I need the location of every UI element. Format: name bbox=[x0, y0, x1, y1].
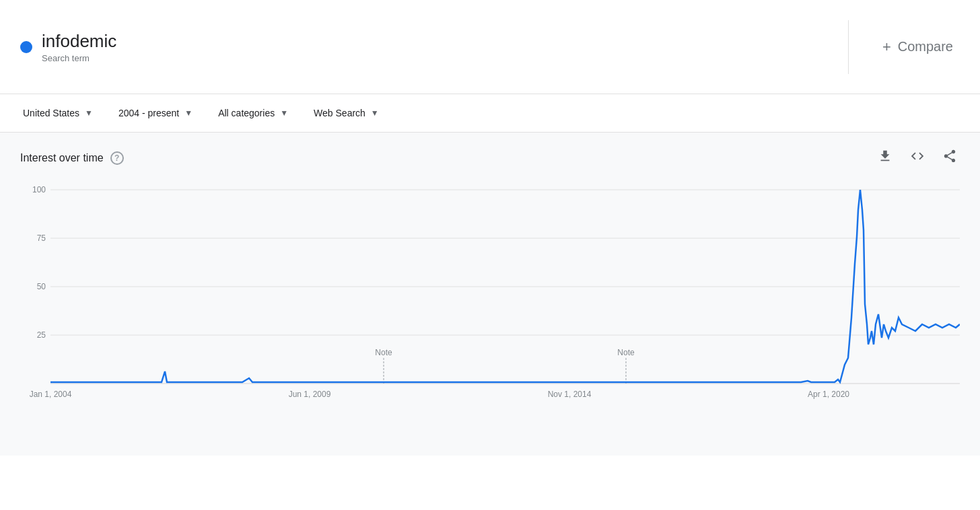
time-range-label: 2004 - present bbox=[118, 108, 179, 118]
chart-wrapper: 100 75 50 25 Note Note Jan 1, 2004 Jun 1… bbox=[20, 183, 960, 412]
search-type-filter[interactable]: Web Search ▼ bbox=[311, 104, 382, 122]
svg-text:Nov 1, 2014: Nov 1, 2014 bbox=[548, 390, 592, 399]
svg-text:Jan 1, 2004: Jan 1, 2004 bbox=[30, 390, 72, 399]
filters-bar: United States ▼ 2004 - present ▼ All cat… bbox=[0, 94, 980, 133]
plus-icon: + bbox=[882, 38, 891, 56]
download-button[interactable] bbox=[875, 146, 895, 170]
search-type-label: Web Search bbox=[314, 108, 365, 118]
header: infodemic Search term + Compare bbox=[0, 0, 980, 94]
compare-button[interactable]: + Compare bbox=[876, 32, 960, 63]
chart-title: Interest over time bbox=[20, 152, 104, 164]
header-divider bbox=[848, 20, 849, 74]
svg-text:Jun 1, 2009: Jun 1, 2009 bbox=[289, 390, 331, 399]
time-range-filter[interactable]: 2004 - present ▼ bbox=[116, 104, 195, 122]
svg-text:Note: Note bbox=[617, 348, 635, 357]
chart-actions bbox=[875, 146, 960, 170]
category-chevron-icon: ▼ bbox=[280, 108, 288, 118]
search-term-title: infodemic bbox=[42, 31, 116, 52]
chart-section: Interest over time ? bbox=[0, 133, 980, 456]
embed-icon bbox=[910, 149, 925, 163]
region-filter[interactable]: United States ▼ bbox=[20, 104, 96, 122]
svg-text:75: 75 bbox=[37, 233, 46, 243]
time-range-chevron-icon: ▼ bbox=[184, 108, 193, 118]
compare-label: Compare bbox=[898, 39, 953, 54]
category-label: All categories bbox=[218, 108, 275, 118]
share-button[interactable] bbox=[940, 146, 960, 170]
embed-button[interactable] bbox=[907, 146, 928, 170]
search-type-chevron-icon: ▼ bbox=[371, 108, 379, 118]
search-term-block: infodemic Search term bbox=[20, 31, 821, 63]
svg-text:50: 50 bbox=[37, 282, 46, 291]
svg-text:Apr 1, 2020: Apr 1, 2020 bbox=[808, 390, 849, 399]
category-filter[interactable]: All categories ▼ bbox=[215, 104, 291, 122]
download-icon bbox=[878, 149, 893, 163]
chart-title-area: Interest over time ? bbox=[20, 151, 124, 165]
trend-chart: 100 75 50 25 Note Note Jan 1, 2004 Jun 1… bbox=[20, 183, 960, 412]
search-term-dot bbox=[20, 41, 32, 53]
search-term-subtitle: Search term bbox=[42, 53, 116, 63]
region-label: United States bbox=[23, 108, 79, 118]
share-icon bbox=[942, 149, 957, 163]
svg-text:Note: Note bbox=[375, 348, 392, 357]
term-info: infodemic Search term bbox=[42, 31, 116, 63]
svg-text:100: 100 bbox=[32, 185, 46, 194]
region-chevron-icon: ▼ bbox=[85, 108, 93, 118]
svg-text:25: 25 bbox=[37, 330, 46, 340]
chart-header: Interest over time ? bbox=[20, 146, 960, 170]
help-icon[interactable]: ? bbox=[110, 151, 124, 165]
